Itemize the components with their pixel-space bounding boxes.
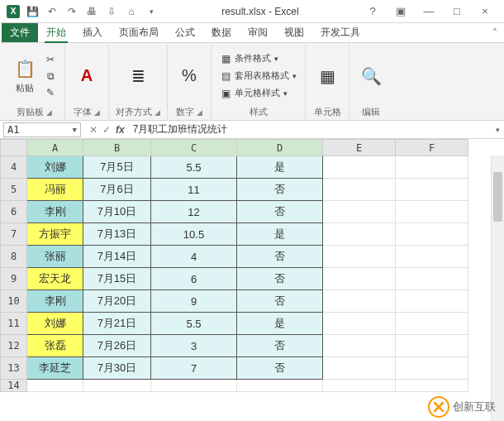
cell[interactable]: 是 <box>237 223 323 246</box>
cell[interactable]: 9 <box>151 290 237 313</box>
cell[interactable]: 7月14日 <box>83 246 151 268</box>
cell[interactable]: 刘娜 <box>27 313 83 335</box>
conditional-format-button[interactable]: ▦条件格式 ▾ <box>218 51 298 65</box>
row-header[interactable]: 8 <box>1 246 27 268</box>
cell[interactable]: 是 <box>237 313 323 335</box>
dialog-launcher-icon[interactable]: ◢ <box>197 108 202 117</box>
paste-button[interactable]: 📋 粘贴 <box>10 55 40 96</box>
column-header-B[interactable]: B <box>83 140 151 156</box>
dialog-launcher-icon[interactable]: ◢ <box>94 108 100 117</box>
cell[interactable] <box>396 156 468 179</box>
cell[interactable]: 否 <box>237 179 323 201</box>
select-all-corner[interactable] <box>1 140 27 156</box>
cell[interactable]: 10.5 <box>151 223 237 246</box>
cell[interactable] <box>237 380 323 392</box>
column-header-F[interactable]: F <box>396 140 468 156</box>
cell[interactable]: 11 <box>151 179 237 201</box>
row-header[interactable]: 4 <box>1 156 27 179</box>
tab-data[interactable]: 数据 <box>203 23 240 42</box>
format-painter-button[interactable]: ✎ <box>43 86 58 99</box>
undo-icon[interactable]: ↶ <box>45 4 59 19</box>
cell[interactable] <box>396 268 468 290</box>
cell[interactable]: 7月6日 <box>83 179 151 201</box>
worksheet-grid[interactable]: ABCDEF4刘娜7月5日5.5是5冯丽7月6日11否6李刚7月10日12否7方… <box>0 139 504 421</box>
tab-formulas[interactable]: 公式 <box>167 23 203 42</box>
cancel-edit-button[interactable]: ✕ <box>89 124 97 136</box>
ribbon-collapse-icon[interactable]: ˄ <box>486 23 504 42</box>
cell[interactable]: 方振宇 <box>27 223 83 246</box>
scrollbar-thumb[interactable] <box>493 172 502 222</box>
tab-review[interactable]: 审阅 <box>240 23 276 42</box>
cell[interactable]: 李延芝 <box>27 357 83 380</box>
enter-edit-button[interactable]: ✓ <box>102 124 111 136</box>
save-icon[interactable]: 💾 <box>25 4 40 19</box>
cell[interactable]: 刘娜 <box>27 156 83 179</box>
vertical-scrollbar[interactable] <box>491 155 504 421</box>
cell[interactable] <box>323 156 396 179</box>
font-button[interactable]: A <box>72 63 102 89</box>
help-button[interactable]: ? <box>362 3 383 20</box>
cell[interactable] <box>323 380 396 392</box>
cell[interactable]: 否 <box>237 290 323 313</box>
column-header-C[interactable]: C <box>151 140 237 156</box>
formula-bar[interactable]: 7月职工加班情况统计 <box>130 122 491 137</box>
cell[interactable] <box>323 357 396 380</box>
cell[interactable] <box>396 201 468 223</box>
cell[interactable] <box>323 223 396 246</box>
cell[interactable] <box>396 179 468 201</box>
tab-home[interactable]: 开始 <box>38 23 74 42</box>
cell[interactable]: 5.5 <box>151 156 237 179</box>
cell[interactable] <box>396 290 468 313</box>
align-button[interactable]: ≣ <box>123 63 153 89</box>
cell[interactable]: 冯丽 <box>27 179 83 201</box>
cell[interactable]: 是 <box>237 156 323 179</box>
qat-btn-4[interactable]: 🖶 <box>84 4 99 19</box>
cell[interactable]: 4 <box>151 246 237 268</box>
cell[interactable]: 3 <box>151 335 237 357</box>
maximize-button[interactable]: □ <box>446 3 468 20</box>
cell[interactable]: 否 <box>237 335 323 357</box>
cell[interactable] <box>396 313 468 335</box>
cell[interactable]: 7月10日 <box>83 201 151 223</box>
dialog-launcher-icon[interactable]: ◢ <box>46 108 52 117</box>
cell[interactable] <box>396 246 468 268</box>
cell[interactable]: 5.5 <box>151 313 237 335</box>
row-header[interactable]: 7 <box>1 223 27 246</box>
cell[interactable] <box>27 380 83 392</box>
name-box[interactable]: A1 ▼ <box>3 122 81 137</box>
cell[interactable]: 否 <box>237 357 323 380</box>
cell[interactable]: 7月30日 <box>83 357 151 380</box>
close-button[interactable]: × <box>474 3 496 20</box>
cell[interactable] <box>396 335 468 357</box>
row-header[interactable]: 9 <box>1 268 27 290</box>
dialog-launcher-icon[interactable]: ◢ <box>155 108 160 117</box>
cell[interactable]: 否 <box>237 201 323 223</box>
row-header[interactable]: 13 <box>1 357 27 380</box>
minimize-button[interactable]: — <box>418 3 440 20</box>
tab-insert[interactable]: 插入 <box>74 23 111 42</box>
format-as-table-button[interactable]: ▤套用表格格式 ▾ <box>218 69 298 83</box>
ribbon-display-button[interactable]: ▣ <box>390 3 411 20</box>
cell[interactable] <box>323 290 396 313</box>
cell[interactable] <box>396 380 468 392</box>
cell[interactable] <box>323 246 396 268</box>
row-header[interactable]: 10 <box>1 290 27 313</box>
cell[interactable] <box>83 380 151 392</box>
cell[interactable] <box>323 335 396 357</box>
editing-button[interactable]: 🔍 <box>356 63 386 89</box>
cell[interactable]: 李刚 <box>27 201 83 223</box>
cell[interactable]: 张丽 <box>27 246 83 268</box>
row-header[interactable]: 6 <box>1 201 27 223</box>
row-header[interactable]: 5 <box>1 179 27 201</box>
cell[interactable]: 7 <box>151 357 237 380</box>
tab-file[interactable]: 文件 <box>2 23 38 42</box>
cell[interactable]: 宏天龙 <box>27 268 83 290</box>
cell[interactable] <box>323 268 396 290</box>
qat-customize-icon[interactable]: ▾ <box>144 4 159 19</box>
cell[interactable]: 6 <box>151 268 237 290</box>
cell-styles-button[interactable]: ▣单元格样式 ▾ <box>218 86 298 100</box>
qat-btn-5[interactable]: ⇩ <box>104 4 119 19</box>
cell[interactable] <box>396 223 468 246</box>
cell[interactable]: 7月26日 <box>83 335 151 357</box>
column-header-A[interactable]: A <box>27 140 83 156</box>
